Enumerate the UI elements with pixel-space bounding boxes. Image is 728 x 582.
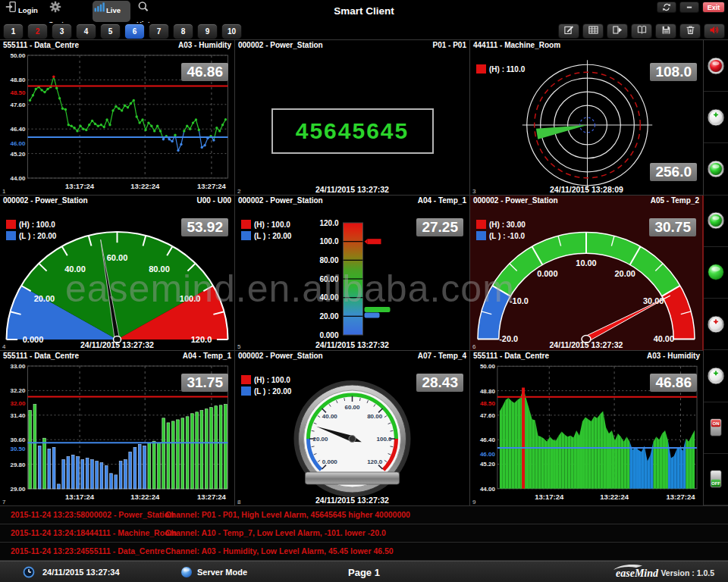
page-tab-2[interactable]: 2: [27, 23, 48, 39]
page-tab-4[interactable]: 4: [76, 23, 96, 39]
table-button[interactable]: [582, 23, 604, 39]
page-tab-6[interactable]: 6: [124, 23, 145, 39]
panel-1-line: 555111 - Data_CentreA03 - Humidity13:17:…: [0, 40, 235, 196]
alarm-row[interactable]: 2015-11-24 13:23:24555111 - Data_CentreC…: [0, 543, 728, 561]
digital-readout: 45645645: [271, 108, 434, 154]
panel-channel: P01 - P01: [433, 40, 466, 51]
run-button[interactable]: [607, 23, 628, 39]
alarm-row[interactable]: 2015-11-24 13:24:18444111 - Machine_Room…: [0, 524, 728, 543]
panel-channel: A03 - Humidity: [178, 40, 231, 51]
value-badge: 108.0: [650, 63, 697, 81]
legend-label: (L ) : 20.00: [19, 232, 56, 240]
svg-text:100.0: 100.0: [180, 294, 201, 303]
minimize-button[interactable]: [679, 2, 699, 13]
value-badge: 46.86: [181, 63, 228, 81]
value-badge: 256.0: [650, 163, 697, 181]
swoosh-icon: [613, 563, 643, 571]
power-button-green[interactable]: [704, 92, 728, 143]
indicator-red[interactable]: [704, 40, 728, 92]
app-title: Smart Client: [0, 5, 728, 17]
panel-grid: 555111 - Data_CentreA03 - Humidity13:17:…: [0, 39, 704, 506]
edit-button[interactable]: [558, 23, 579, 39]
book-icon: [635, 24, 648, 39]
svg-text:32.20: 32.20: [10, 387, 26, 394]
panel-timestamp: 24/11/2015 13:27:32: [235, 340, 469, 349]
svg-text:40.00: 40.00: [322, 413, 338, 420]
svg-text:47.60: 47.60: [480, 412, 496, 419]
legend-swatch: [6, 220, 16, 229]
legend-label: (H) : 100.0: [254, 376, 290, 384]
trash-button[interactable]: [679, 23, 701, 39]
threshold-legend: (H) : 100.0(L ) : 20.00: [241, 220, 291, 240]
page-tab-3[interactable]: 3: [52, 23, 72, 39]
svg-text:45.20: 45.20: [480, 461, 496, 468]
alarm-station: 444111 - Machine_Room: [85, 524, 177, 542]
panel-7-bars: 555111 - Data_CentreA04 - Temp_113:17:24…: [0, 351, 235, 506]
svg-text:48.50: 48.50: [10, 89, 26, 96]
alarm-time: 2015-11-24 13:23:24: [11, 543, 85, 560]
panel-channel: A05 - Temp_2: [651, 196, 699, 206]
indicator-green[interactable]: [704, 143, 728, 195]
legend-swatch: [241, 231, 251, 240]
svg-text:13:22:24: 13:22:24: [600, 493, 629, 501]
panel-channel: A04 - Temp_1: [183, 351, 231, 361]
legend-swatch: [476, 220, 486, 229]
panel-number: 4: [2, 343, 5, 350]
panel-4-semi: 000002 - Power_StationU00 - U000.00020.0…: [0, 196, 235, 351]
svg-text:33.00: 33.00: [10, 363, 26, 370]
trash-icon: [684, 24, 697, 39]
panel-timestamp: 24/11/2015 13:28:09: [470, 185, 703, 194]
power-button-red[interactable]: [704, 299, 728, 350]
led-green[interactable]: [704, 247, 728, 299]
value-badge: 28.43: [416, 374, 463, 392]
svg-text:47.60: 47.60: [10, 102, 26, 108]
book-button[interactable]: [631, 23, 652, 39]
indicator-green[interactable]: [704, 196, 728, 247]
svg-text:50.00: 50.00: [480, 363, 496, 370]
power-button-green[interactable]: [704, 350, 728, 402]
run-icon: [611, 24, 624, 39]
exit-button[interactable]: Exit: [702, 2, 725, 13]
save-button[interactable]: [655, 23, 676, 39]
svg-text:40.00: 40.00: [319, 293, 338, 302]
alarm-row[interactable]: 2015-11-24 13:23:58000002 - Power_Statio…: [0, 506, 728, 524]
threshold-legend: (H) : 110.0: [476, 64, 525, 74]
page-tab-9[interactable]: 9: [197, 23, 218, 39]
svg-text:60.00: 60.00: [344, 404, 360, 411]
svg-text:120.0: 120.0: [319, 219, 338, 227]
legend-label: (H) : 100.0: [254, 221, 290, 229]
svg-text:48.80: 48.80: [480, 388, 496, 395]
off-switch[interactable]: OFF: [704, 454, 728, 505]
page-tab-1[interactable]: 1: [3, 23, 24, 39]
svg-text:13:27:24: 13:27:24: [667, 493, 696, 501]
speaker-button[interactable]: [704, 23, 725, 39]
panel-5-thermo: 000002 - Power_StationA04 - Temp_10.0002…: [235, 196, 470, 351]
panel-station: 444111 - Machine_Room: [473, 40, 560, 51]
on-switch[interactable]: ON: [704, 402, 728, 454]
page-tab-5[interactable]: 5: [100, 23, 121, 39]
table-icon: [587, 24, 600, 39]
page-tab-8[interactable]: 8: [173, 23, 193, 39]
svg-text:45.20: 45.20: [10, 151, 26, 158]
window-controls: Exit: [657, 2, 725, 13]
alarm-message: Channel: A10 - Temp_7, Low Level Alarm, …: [165, 524, 386, 542]
svg-text:50.00: 50.00: [10, 52, 26, 59]
status-bar: 24/11/2015 13:27:34 Server Mode Page 1 e…: [0, 561, 728, 582]
alarm-message: Channel: P01 - P01, High Level Alarm, 45…: [165, 506, 410, 524]
save-icon: [660, 24, 673, 39]
sync-button[interactable]: [657, 2, 676, 13]
svg-text:100.0: 100.0: [376, 436, 392, 443]
svg-text:31.40: 31.40: [10, 412, 26, 419]
legend-label: (H) : 100.0: [19, 221, 55, 229]
svg-text:100.0: 100.0: [319, 237, 338, 246]
svg-text:20.00: 20.00: [312, 436, 328, 443]
panel-number: 7: [2, 499, 5, 505]
svg-text:20.00: 20.00: [615, 269, 635, 278]
page-tab-7[interactable]: 7: [149, 23, 169, 39]
tab-bar: 12345678910: [0, 23, 728, 39]
svg-text:13:22:24: 13:22:24: [130, 493, 160, 501]
value-badge: 46.86: [650, 374, 697, 392]
svg-text:13:22:24: 13:22:24: [130, 182, 160, 190]
legend-swatch: [6, 231, 16, 240]
page-tab-10[interactable]: 10: [221, 23, 242, 39]
